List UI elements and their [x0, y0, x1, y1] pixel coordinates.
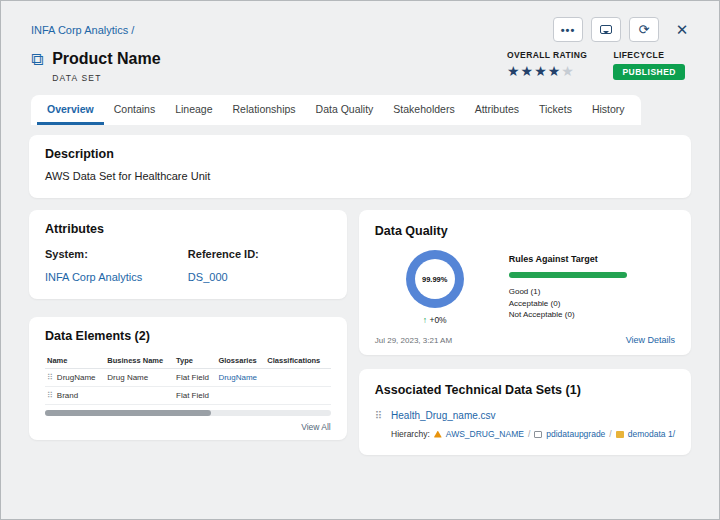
breadcrumb[interactable]: INFA Corp Analytics /	[31, 24, 134, 36]
attributes-card: Attributes System: INFA Corp Analytics R…	[29, 210, 347, 299]
tab-stakeholders[interactable]: Stakeholders	[383, 95, 464, 125]
path-separator: /	[609, 429, 611, 439]
star-icon: ★	[507, 63, 521, 79]
star-icon: ★	[534, 63, 548, 79]
dataset-file-link[interactable]: Health_Drug_name.csv	[391, 410, 675, 421]
column-header-business-name[interactable]: Business Name	[105, 353, 174, 369]
table-row[interactable]: ⠿Brand Flat Field	[45, 387, 331, 405]
table-row[interactable]: ⠿DrugName Drug Name Flat Field DrugName	[45, 369, 331, 387]
scrollbar-thumb[interactable]	[45, 410, 211, 416]
view-all-link[interactable]: View All	[45, 422, 331, 432]
data-quality-card: Data Quality 99.99% ↑ +0%	[359, 210, 691, 355]
description-text: AWS Data Set for Healthcare Unit	[45, 170, 675, 182]
element-business-name	[105, 387, 174, 405]
close-icon: ✕	[676, 21, 689, 39]
element-type: Flat Field	[174, 387, 216, 405]
element-glossary-link[interactable]: DrugName	[216, 369, 265, 387]
tab-overview[interactable]: Overview	[37, 95, 104, 125]
close-button[interactable]: ✕	[667, 17, 697, 42]
top-actions: ••• ⟳ ✕	[553, 17, 697, 42]
element-name[interactable]: Brand	[57, 391, 78, 400]
list-item: ⠿ Health_Drug_name.csv Hierarchy: AWS_DR…	[375, 410, 675, 439]
refresh-icon: ⟳	[639, 22, 650, 37]
path-separator: /	[528, 429, 530, 439]
quality-score-donut: 99.99%	[406, 250, 464, 308]
top-bar: INFA Corp Analytics / ••• ⟳ ✕	[1, 1, 719, 42]
ellipsis-icon: •••	[561, 24, 576, 36]
hierarchy-link[interactable]: demodata 1/	[628, 429, 675, 439]
attribute-field-system: System: INFA Corp Analytics	[45, 248, 188, 283]
tab-contains[interactable]: Contains	[104, 95, 165, 125]
tab-tickets[interactable]: Tickets	[529, 95, 582, 125]
element-glossary-link[interactable]	[216, 387, 265, 405]
tab-history[interactable]: History	[582, 95, 635, 125]
horizontal-scrollbar[interactable]	[45, 410, 331, 416]
legend-good: Good (1)	[509, 287, 675, 296]
main-content: Description AWS Data Set for Healthcare …	[1, 125, 719, 455]
document-icon	[534, 431, 542, 438]
star-icon: ★	[561, 63, 575, 79]
hierarchy-label: Hierarchy:	[391, 429, 430, 439]
more-actions-button[interactable]: •••	[553, 17, 583, 42]
grid-handle-icon: ⠿	[375, 410, 382, 439]
drag-handle-icon[interactable]: ⠿	[47, 373, 53, 382]
element-business-name: Drug Name	[105, 369, 174, 387]
quality-timestamp: Jul 29, 2023, 3:21 AM	[375, 336, 452, 345]
asset-type-label: DATA SET	[52, 73, 160, 83]
system-label: System:	[45, 248, 188, 260]
star-icon: ★	[548, 63, 562, 79]
lifecycle-block: LIFECYCLE PUBLISHED	[613, 50, 685, 80]
data-elements-table: Name Business Name Type Glossaries Class…	[45, 353, 331, 405]
legend-not-acceptable: Not Acceptable (0)	[509, 310, 675, 319]
legend-acceptable: Acceptable (0)	[509, 299, 675, 308]
tab-data-quality[interactable]: Data Quality	[306, 95, 384, 125]
lifecycle-label: LIFECYCLE	[613, 50, 685, 60]
element-name[interactable]: DrugName	[57, 373, 96, 382]
tab-lineage[interactable]: Lineage	[165, 95, 222, 125]
up-arrow-icon: ↑	[423, 315, 427, 325]
folder-icon	[616, 431, 624, 438]
data-elements-card: Data Elements (2) Name Business Name Typ…	[29, 317, 347, 440]
overall-rating-block: OVERALL RATING ★★★★★	[507, 50, 587, 80]
title-row: ⧉ Product Name DATA SET OVERALL RATING ★…	[1, 42, 719, 83]
element-type: Flat Field	[174, 369, 216, 387]
column-header-glossaries[interactable]: Glossaries	[216, 353, 265, 369]
rating-label: OVERALL RATING	[507, 50, 587, 60]
column-header-name[interactable]: Name	[45, 353, 105, 369]
hierarchy-path: Hierarchy: AWS_DRUG_NAME / pdidataupgrad…	[391, 429, 675, 439]
quality-score-value: 99.99%	[422, 275, 447, 284]
reference-id-value-link[interactable]: DS_000	[188, 271, 331, 283]
lifecycle-status-badge: PUBLISHED	[613, 64, 685, 80]
rating-stars[interactable]: ★★★★★	[507, 64, 587, 78]
column-header-classifications[interactable]: Classifications	[265, 353, 330, 369]
data-quality-title: Data Quality	[375, 224, 675, 238]
description-card: Description AWS Data Set for Healthcare …	[29, 135, 691, 198]
description-title: Description	[45, 147, 675, 161]
comments-button[interactable]	[591, 17, 621, 42]
refresh-button[interactable]: ⟳	[629, 17, 659, 42]
trend-value: +0%	[429, 315, 446, 325]
star-icon: ★	[521, 63, 535, 79]
tab-attributes[interactable]: Attributes	[465, 95, 529, 125]
element-classification	[265, 387, 330, 405]
associated-datasets-card: Associated Technical Data Sets (1) ⠿ Hea…	[359, 369, 691, 455]
rules-against-target-label: Rules Against Target	[509, 254, 675, 264]
view-details-link[interactable]: View Details	[626, 335, 675, 345]
tab-relationships[interactable]: Relationships	[223, 95, 306, 125]
dataset-icon: ⧉	[31, 50, 43, 83]
attribute-field-reference-id: Reference ID: DS_000	[188, 248, 331, 283]
hierarchy-link[interactable]: AWS_DRUG_NAME	[446, 429, 524, 439]
element-classification	[265, 369, 330, 387]
associated-datasets-title: Associated Technical Data Sets (1)	[375, 383, 675, 397]
rules-progress-bar	[509, 272, 627, 278]
tab-bar: Overview Contains Lineage Relationships …	[31, 95, 641, 125]
system-value-link[interactable]: INFA Corp Analytics	[45, 271, 188, 283]
app-window: INFA Corp Analytics / ••• ⟳ ✕ ⧉ Product …	[0, 0, 720, 520]
quality-trend: ↑ +0%	[423, 315, 447, 325]
aws-source-icon	[434, 431, 442, 438]
hierarchy-link[interactable]: pdidataupgrade	[546, 429, 605, 439]
attributes-title: Attributes	[45, 222, 331, 236]
drag-handle-icon[interactable]: ⠿	[47, 391, 53, 400]
column-header-type[interactable]: Type	[174, 353, 216, 369]
comment-bubble-icon	[600, 25, 612, 34]
